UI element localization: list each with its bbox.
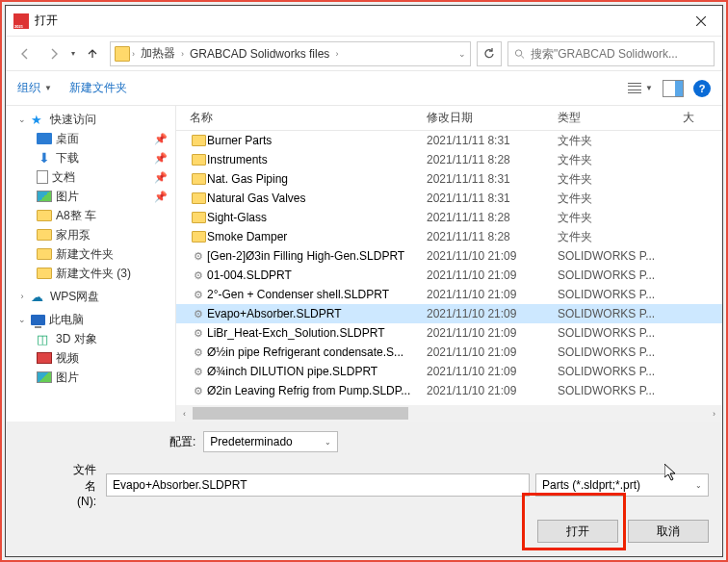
breadcrumb-seg-0[interactable]: 加热器	[137, 45, 179, 62]
sidebar-documents[interactable]: 文档📌	[12, 167, 175, 187]
file-name: Natural Gas Valves	[207, 192, 427, 205]
chevron-right-icon[interactable]: ›	[181, 49, 184, 59]
folder-icon	[190, 171, 207, 187]
sidebar-wps[interactable]: ›☁WPS网盘	[12, 287, 175, 306]
sidebar-quick-access[interactable]: ⌄★快速访问	[12, 110, 175, 129]
svg-point-0	[515, 49, 521, 55]
filetype-combo[interactable]: Parts (*.sldprt;*.prt)⌄	[535, 473, 709, 497]
sidebar-household-pump[interactable]: 家用泵	[12, 225, 175, 244]
file-name: Ø½in pipe Refrigerant condensate.S...	[207, 345, 427, 359]
folder-icon	[190, 229, 207, 244]
file-date: 2021/11/11 8:31	[427, 192, 558, 205]
file-name: Nat. Gas Piping	[207, 172, 427, 186]
file-row[interactable]: Burner Parts2021/11/11 8:31文件夹	[176, 131, 722, 150]
filename-input[interactable]	[106, 473, 530, 497]
folder-icon	[190, 191, 207, 206]
refresh-button[interactable]	[477, 41, 502, 66]
config-combo[interactable]: Predeterminado⌄	[203, 431, 338, 452]
download-icon: ⬇	[37, 151, 52, 165]
organize-menu[interactable]: 组织▼	[17, 80, 52, 96]
window-title: 打开	[35, 13, 58, 29]
nav-back[interactable]	[13, 42, 37, 65]
file-row[interactable]: ⚙Evapo+Absorber.SLDPRT2021/11/10 21:09SO…	[176, 304, 722, 323]
help-button[interactable]: ?	[693, 80, 711, 97]
scroll-right-button[interactable]: ›	[706, 405, 722, 422]
sidebar-desktop[interactable]: 桌面📌	[12, 129, 175, 148]
file-row[interactable]: Nat. Gas Piping2021/11/11 8:31文件夹	[176, 169, 722, 189]
nav-forward[interactable]	[42, 42, 65, 65]
col-header-name[interactable]: 名称	[190, 110, 427, 126]
sidebar-3d-objects[interactable]: ◫3D 对象	[12, 329, 175, 348]
file-name: [Gen-2]Ø3in Filling High-Gen.SLDPRT	[207, 249, 427, 263]
file-date: 2021/11/11 8:31	[427, 172, 558, 186]
bottom-panel: 配置: Predeterminado⌄ 文件名(N): Parts (*.sld…	[6, 422, 722, 556]
horizontal-scrollbar[interactable]: ‹ ›	[176, 405, 722, 422]
cube-icon: ◫	[37, 332, 52, 345]
file-name: 2°-Gen + Condenser shell.SLDPRT	[207, 288, 427, 301]
sidebar-new-folder[interactable]: 新建文件夹	[12, 244, 175, 264]
file-type: 文件夹	[558, 229, 683, 245]
view-mode-dropdown[interactable]: ▼	[628, 83, 653, 94]
file-row[interactable]: Smoke Damper2021/11/11 8:28文件夹	[176, 227, 722, 246]
file-row[interactable]: Sight-Glass2021/11/11 8:28文件夹	[176, 208, 722, 227]
pin-icon: 📌	[154, 152, 168, 165]
content-area: ⌄★快速访问 桌面📌 ⬇下载📌 文档📌 图片📌 A8整 车 家用泵 新建文件夹 …	[6, 106, 722, 422]
file-row[interactable]: ⚙[Gen-2]Ø3in Filling High-Gen.SLDPRT2021…	[176, 246, 722, 266]
preview-pane-button[interactable]	[663, 80, 684, 97]
col-header-size[interactable]: 大	[683, 110, 719, 126]
part-icon: ⚙	[190, 287, 207, 302]
sidebar-new-folder-3[interactable]: 新建文件夹 (3)	[12, 264, 175, 283]
file-row[interactable]: ⚙2°-Gen + Condenser shell.SLDPRT2021/11/…	[176, 285, 722, 304]
search-input[interactable]	[531, 47, 708, 61]
file-row[interactable]: ⚙Ø½in pipe Refrigerant condensate.S...20…	[176, 343, 722, 362]
file-area: 名称 修改日期 类型 大 Burner Parts2021/11/11 8:31…	[175, 106, 722, 422]
col-header-type[interactable]: 类型	[558, 110, 683, 126]
file-row[interactable]: ⚙Ø¾inch DILUTION pipe.SLDPRT2021/11/10 2…	[176, 362, 722, 381]
file-date: 2021/11/10 21:09	[427, 307, 558, 320]
file-row[interactable]: ⚙LiBr_Heat-Exch_Solution.SLDPRT2021/11/1…	[176, 323, 722, 343]
nav-up[interactable]	[81, 42, 104, 65]
document-icon	[37, 170, 48, 184]
sidebar-a8[interactable]: A8整 车	[12, 206, 175, 225]
breadcrumb-seg-1[interactable]: GRABCAD Solidworks files	[186, 47, 333, 61]
search-icon	[514, 48, 525, 60]
chevron-down-icon: ⌄	[695, 481, 702, 490]
chevron-down-icon[interactable]: ⌄	[458, 49, 466, 59]
file-type: SOLIDWORKS P...	[558, 268, 683, 282]
nav-history-dropdown[interactable]: ▾	[71, 49, 75, 58]
file-list[interactable]: Burner Parts2021/11/11 8:31文件夹Instrument…	[176, 131, 722, 405]
chevron-right-icon[interactable]: ›	[335, 49, 338, 59]
file-name: LiBr_Heat-Exch_Solution.SLDPRT	[207, 326, 427, 340]
video-icon	[37, 352, 52, 364]
sidebar-downloads[interactable]: ⬇下载📌	[12, 148, 175, 167]
file-name: 01-004.SLDPRT	[207, 268, 427, 282]
file-type: 文件夹	[558, 133, 683, 149]
sidebar-videos[interactable]: 视频	[12, 348, 175, 368]
sidebar-pictures[interactable]: 图片📌	[12, 187, 175, 206]
sidebar[interactable]: ⌄★快速访问 桌面📌 ⬇下载📌 文档📌 图片📌 A8整 车 家用泵 新建文件夹 …	[6, 106, 175, 422]
cancel-button[interactable]: 取消	[628, 520, 709, 543]
list-view-icon	[628, 83, 641, 94]
column-headers[interactable]: 名称 修改日期 类型 大	[176, 106, 722, 131]
file-row[interactable]: ⚙Ø2in Leaving Refrig from Pump.SLDP...20…	[176, 381, 722, 400]
sidebar-pictures-2[interactable]: 图片	[12, 368, 175, 387]
breadcrumb[interactable]: › 加热器 › GRABCAD Solidworks files › ⌄	[110, 41, 471, 66]
scroll-thumb[interactable]	[193, 407, 408, 420]
scroll-left-button[interactable]: ‹	[176, 405, 193, 422]
search-box[interactable]	[507, 41, 715, 66]
file-type: SOLIDWORKS P...	[558, 365, 683, 378]
new-folder-button[interactable]: 新建文件夹	[69, 80, 127, 96]
star-icon: ★	[31, 113, 46, 126]
col-header-date[interactable]: 修改日期	[427, 110, 558, 126]
file-row[interactable]: Natural Gas Valves2021/11/11 8:31文件夹	[176, 189, 722, 208]
close-button[interactable]	[680, 6, 722, 37]
file-row[interactable]: Instruments2021/11/11 8:28文件夹	[176, 150, 722, 169]
file-type: SOLIDWORKS P...	[558, 345, 683, 359]
file-row[interactable]: ⚙01-004.SLDPRT2021/11/10 21:09SOLIDWORKS…	[176, 266, 722, 285]
file-type: 文件夹	[558, 171, 683, 188]
sidebar-this-pc[interactable]: ⌄此电脑	[12, 310, 175, 329]
chevron-right-icon[interactable]: ›	[132, 49, 135, 59]
file-date: 2021/11/10 21:09	[427, 268, 558, 282]
open-button[interactable]: 打开	[537, 520, 618, 543]
folder-icon	[190, 210, 207, 225]
